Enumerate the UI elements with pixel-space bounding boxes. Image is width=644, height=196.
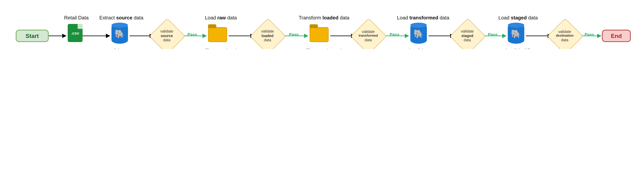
raw-folder-icon bbox=[208, 27, 227, 42]
end-label: End bbox=[611, 32, 622, 39]
destpublic-db-icon: 🐘 bbox=[508, 24, 524, 44]
deststage-db-icon: 🐘 bbox=[410, 24, 427, 44]
retail-title: Retail Data bbox=[62, 15, 91, 20]
stage-title: Transform loaded data bbox=[293, 15, 355, 20]
start-label: Start bbox=[26, 32, 39, 39]
raw-sub: /filesystem/raw/ bbox=[196, 48, 245, 49]
validate-destination: validatedestinationdata bbox=[552, 23, 577, 48]
validate-loaded: validateloadeddata bbox=[255, 23, 280, 48]
source-title: Extract source data bbox=[92, 15, 150, 20]
loadtrans-title: Load transformed data bbox=[392, 15, 454, 20]
loadstaged-title: Load staged data bbox=[491, 15, 545, 20]
source-db-icon: 🐘 bbox=[112, 24, 128, 44]
loadtrans-sub: destdb/stage bbox=[396, 48, 446, 49]
pass-label-3: Pass bbox=[390, 32, 400, 37]
pass-label-4: Pass bbox=[488, 32, 498, 37]
stage-sub: /filesystem/stage/ bbox=[296, 48, 350, 49]
loadstaged-sub: destdb/public bbox=[494, 48, 543, 49]
pass-label-2: Pass bbox=[289, 32, 299, 37]
raw-title: Load raw data bbox=[198, 15, 244, 20]
start-node: Start bbox=[16, 30, 49, 42]
validate-source: validatesourcedata bbox=[154, 23, 179, 48]
source-sub: sourcedb/ecommerce bbox=[92, 48, 150, 49]
pass-label-5: Pass bbox=[584, 32, 594, 37]
pass-label-1: Pass bbox=[188, 32, 197, 37]
validate-transformed: validatetransformeddata bbox=[356, 23, 380, 48]
csv-icon bbox=[68, 24, 82, 42]
stage-folder-icon bbox=[310, 27, 328, 42]
end-node: End bbox=[602, 30, 631, 42]
validate-staged: validatestageddata bbox=[455, 23, 480, 48]
